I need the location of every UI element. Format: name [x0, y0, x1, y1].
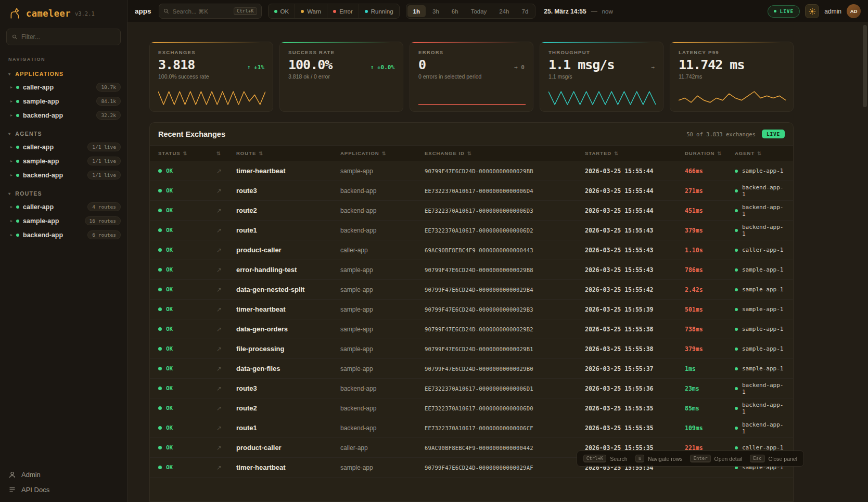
- agent-cell: backend-app-1: [735, 402, 785, 415]
- open-detail-icon[interactable]: ↗: [216, 187, 236, 195]
- open-detail-icon[interactable]: ↗: [216, 424, 236, 432]
- stat-card-latency-p99[interactable]: LATENCY P99 11.742 ms 11.742ms: [670, 42, 794, 112]
- table-row[interactable]: OK ↗ route1 backend-app EE7322370A10617-…: [150, 418, 793, 438]
- search-input[interactable]: [173, 8, 230, 15]
- sidebar-item-backend-app[interactable]: ▸ backend-app 6 routes: [0, 228, 127, 242]
- sidebar-item-backend-app[interactable]: ▸ backend-app 32.2k: [0, 108, 127, 122]
- sidebar-section-title[interactable]: ▾ROUTES: [0, 187, 127, 200]
- open-detail-icon[interactable]: ↗: [216, 207, 236, 214]
- sort-icon[interactable]: ⇅: [614, 151, 619, 156]
- filter-chip-running[interactable]: Running: [359, 4, 399, 18]
- sort-icon[interactable]: ⇅: [382, 151, 387, 156]
- table-row[interactable]: OK ↗ data-gen-orders sample-app 90799F47…: [150, 319, 793, 339]
- stat-card-errors[interactable]: ERRORS 0 → 0 0 errors in selected period: [410, 42, 533, 112]
- table-row[interactable]: OK ↗ data-gen-files sample-app 90799F47E…: [150, 359, 793, 379]
- sort-icon[interactable]: ⇅: [757, 151, 762, 156]
- sidebar-section-title[interactable]: ▾APPLICATIONS: [0, 68, 127, 80]
- open-detail-icon[interactable]: ↗: [216, 306, 236, 313]
- table-row[interactable]: OK ↗ route3 backend-app EE7322370A10617-…: [150, 181, 793, 201]
- time-range-6h[interactable]: 6h: [446, 5, 464, 17]
- stat-card-success-rate[interactable]: SUCCESS RATE 100.0% ↑ +0.0% 3.818 ok / 0…: [279, 42, 403, 112]
- open-detail-icon[interactable]: ↗: [216, 405, 236, 412]
- column-header-started[interactable]: STARTED ⇅: [585, 150, 685, 156]
- status-dot: [158, 387, 162, 390]
- started-cell: 2026-03-25 15:55:43: [585, 227, 685, 234]
- sidebar-item-admin[interactable]: Admin: [8, 471, 119, 479]
- status-cell: OK: [158, 247, 216, 253]
- duration-cell: 451ms: [685, 207, 735, 214]
- open-detail-icon[interactable]: ↗: [216, 247, 236, 254]
- sidebar-item-caller-app[interactable]: ▸ caller-app 1/1 live: [0, 140, 127, 154]
- route-cell: route2: [236, 207, 340, 214]
- column-header-status[interactable]: STATUS ⇅: [158, 150, 216, 156]
- live-indicator[interactable]: LIVE: [768, 5, 800, 18]
- sidebar-item-sample-app[interactable]: ▸ sample-app 84.1k: [0, 94, 127, 108]
- table-row[interactable]: OK ↗ route3 backend-app EE7322370A10617-…: [150, 379, 793, 398]
- table-row[interactable]: OK ↗ product-caller caller-app 69AC90BF8…: [150, 240, 793, 260]
- open-detail-icon[interactable]: ↗: [216, 345, 236, 353]
- recent-exchanges-panel: Recent Exchanges 50 of 3.833 exchanges L…: [149, 122, 794, 502]
- sidebar-section-title[interactable]: ▾AGENTS: [0, 127, 127, 140]
- filter-chip-ok[interactable]: OK: [269, 4, 295, 18]
- time-range-24h[interactable]: 24h: [493, 5, 515, 17]
- sidebar-item-caller-app[interactable]: ▸ caller-app 10.7k: [0, 80, 127, 94]
- sidebar-item-sample-app[interactable]: ▸ sample-app 16 routes: [0, 214, 127, 228]
- column-header-agent[interactable]: AGENT ⇅: [735, 150, 785, 156]
- table-row[interactable]: OK ↗ file-processing sample-app 90799F47…: [150, 339, 793, 359]
- open-detail-icon[interactable]: ↗: [216, 326, 236, 333]
- now-label[interactable]: now: [602, 8, 613, 15]
- open-detail-icon[interactable]: ↗: [216, 168, 236, 175]
- table-row[interactable]: OK ↗ route1 backend-app EE7322370A10617-…: [150, 221, 793, 240]
- table-row[interactable]: OK ↗ data-gen-nested-split sample-app 90…: [150, 280, 793, 300]
- time-range-7d[interactable]: 7d: [516, 5, 534, 17]
- sort-icon[interactable]: ⇅: [183, 151, 188, 156]
- sidebar-item-badge: 84.1k: [96, 97, 121, 106]
- time-range-today[interactable]: Today: [465, 5, 493, 17]
- sidebar-filter[interactable]: [6, 29, 121, 45]
- status-dot: [158, 288, 162, 291]
- stat-card-exchanges[interactable]: EXCHANGES 3.818 ↑ +1% 100.0% success rat…: [149, 42, 273, 112]
- open-detail-icon[interactable]: ↗: [216, 266, 236, 274]
- table-row[interactable]: OK ↗ timer-heartbeat sample-app 90799F47…: [150, 161, 793, 181]
- route-cell: product-caller: [236, 246, 340, 254]
- scrollbar-thumb[interactable]: [863, 25, 867, 107]
- status-dot: [16, 86, 19, 89]
- stat-card-throughput[interactable]: THROUGHPUT 1.1 msg/s → 1.1 msg/s: [540, 42, 663, 112]
- global-search[interactable]: Ctrl+K: [159, 4, 262, 19]
- open-detail-icon[interactable]: ↗: [216, 286, 236, 293]
- exchange-id-cell: 90799F47E6CD24D-00000000000029B3: [425, 306, 585, 313]
- open-detail-icon[interactable]: ↗: [216, 365, 236, 372]
- filter-chip-error[interactable]: Error: [327, 4, 359, 18]
- column-header-duration[interactable]: DURATION ⇅: [685, 150, 735, 156]
- sidebar-item-caller-app[interactable]: ▸ caller-app 4 routes: [0, 200, 127, 214]
- status-dot: [735, 249, 738, 252]
- sort-icon[interactable]: ⇅: [467, 151, 472, 156]
- sidebar-item-sample-app[interactable]: ▸ sample-app 1/1 live: [0, 154, 127, 168]
- filter-chip-warn[interactable]: Warn: [295, 4, 327, 18]
- column-header-application[interactable]: APPLICATION ⇅: [340, 150, 425, 156]
- duration-cell: 1.10s: [685, 247, 735, 254]
- table-row[interactable]: OK ↗ error-handling-test sample-app 9079…: [150, 260, 793, 280]
- page-scrollbar[interactable]: [863, 24, 867, 500]
- open-detail-icon[interactable]: ↗: [216, 385, 236, 392]
- open-detail-icon[interactable]: ↗: [216, 464, 236, 471]
- sidebar-item-backend-app[interactable]: ▸ backend-app 1/1 live: [0, 168, 127, 182]
- sort-icon[interactable]: ⇅: [259, 151, 263, 156]
- table-row[interactable]: OK ↗ timer-heartbeat sample-app 90799F47…: [150, 300, 793, 319]
- table-row[interactable]: OK ↗ route2 backend-app EE7322370A10617-…: [150, 398, 793, 418]
- theme-toggle-button[interactable]: [805, 4, 819, 18]
- open-detail-icon[interactable]: ↗: [216, 227, 236, 234]
- sort-icon[interactable]: ⇅: [717, 151, 722, 156]
- table-row[interactable]: OK ↗ route2 backend-app EE7322370A10617-…: [150, 201, 793, 221]
- column-header-exchange-id[interactable]: EXCHANGE ID ⇅: [425, 150, 585, 156]
- open-detail-icon[interactable]: ↗: [216, 444, 236, 452]
- topbar: apps Ctrl+K OK Warn Error Running 1h 3h …: [127, 0, 868, 23]
- filter-input[interactable]: [21, 33, 115, 41]
- exchange-id-cell: EE7322370A10617-00000000000006D3: [425, 208, 585, 214]
- time-range-1h[interactable]: 1h: [407, 5, 426, 17]
- sidebar-item-api-docs[interactable]: API Docs: [8, 486, 119, 494]
- footer-item-label: API Docs: [21, 486, 49, 494]
- avatar[interactable]: AD: [847, 4, 861, 18]
- time-range-3h[interactable]: 3h: [427, 5, 445, 17]
- column-header-route[interactable]: ROUTE ⇅: [236, 150, 340, 156]
